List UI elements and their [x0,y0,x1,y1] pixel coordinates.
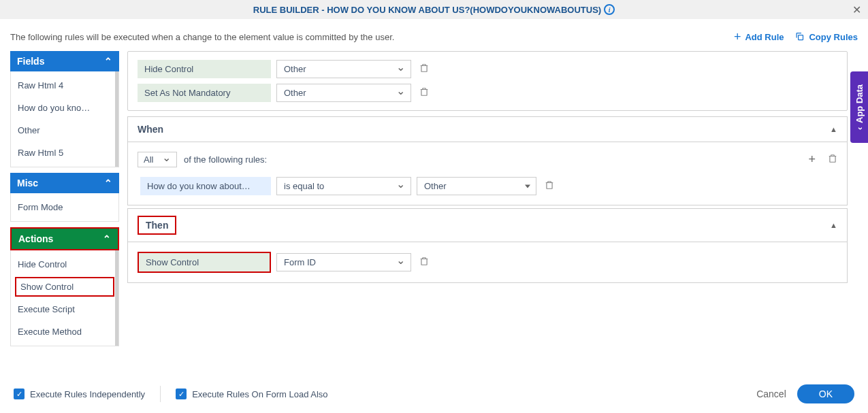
sidebar-item-howdoyouknow[interactable]: How do you kno… [11,97,118,119]
sidebar-item-rawhtml4[interactable]: Raw Html 4 [11,74,118,97]
rule-row: Set As Not Mandatory Other [138,84,837,102]
quantifier-select[interactable]: All [138,152,177,167]
misc-section-header[interactable]: Misc ⌃ [10,173,119,193]
actions-section-label: Actions [18,233,53,244]
sidebar-item-rawhtml5[interactable]: Raw Html 5 [11,142,118,164]
dialog-title-wrap: RULE BUILDER - HOW DO YOU KNOW ABOUT US?… [253,4,615,15]
sidebar-item-other[interactable]: Other [11,119,118,142]
copy-rules-label: Copy Rules [809,32,858,42]
action-chip-notmandatory[interactable]: Set As Not Mandatory [138,84,271,102]
add-condition-icon[interactable]: + [808,152,816,167]
when-label: When [138,124,163,135]
footer: ✓ Execute Rules Independently ✓ Execute … [0,374,868,413]
value-select[interactable]: Other [417,177,536,195]
misc-section-label: Misc [17,178,38,188]
close-icon[interactable]: ✕ [852,3,861,16]
rule-row: Hide Control Other [138,60,837,78]
checkbox-label: Execute Rules Independently [30,389,145,399]
quantifier-suffix: of the following rules: [184,154,267,165]
rule-block-1: Hide Control Other Set As Not Mandatory … [127,51,848,111]
ok-button[interactable]: OK [797,384,854,403]
plus-icon: + [734,30,741,44]
dialog-header: RULE BUILDER - HOW DO YOU KNOW ABOUT US?… [0,0,868,19]
target-select-other[interactable]: Other [276,84,411,102]
field-chip[interactable]: How do you know about… [140,177,271,195]
operator-select[interactable]: is equal to [276,177,411,195]
then-body: Show Control Form ID [127,242,848,283]
when-header: When ▲ [127,116,848,142]
sidebar-item-executemethod[interactable]: Execute Method [11,320,118,343]
checkbox-execute-independently[interactable]: ✓ Execute Rules Independently [14,389,145,399]
add-rule-button[interactable]: + Add Rule [734,30,784,44]
svg-rect-0 [799,35,803,39]
actions-section-body: Hide Control Show Control Execute Script… [10,250,119,346]
sidebar-item-showcontrol[interactable]: Show Control [15,277,114,297]
then-header: Then ▲ [127,208,848,242]
trash-icon[interactable] [545,180,554,193]
sidebar-item-executescript[interactable]: Execute Script [11,298,118,320]
sub-header-text: The following rules will be executed whe… [10,32,394,42]
then-row: Show Control Form ID [138,252,837,273]
divider [160,386,161,402]
trash-icon[interactable] [419,63,429,76]
action-chip-showcontrol[interactable]: Show Control [138,252,271,273]
chevron-up-icon: ⌃ [104,56,112,67]
checkbox-execute-onload[interactable]: ✓ Execute Rules On Form Load Also [176,389,327,399]
collapse-up-icon[interactable]: ▲ [830,125,837,133]
chevron-up-icon: ⌃ [103,233,111,244]
add-rule-label: Add Rule [745,32,784,42]
app-data-tab[interactable]: ‹ App Data [850,71,868,143]
copy-icon [794,31,805,44]
when-body: All of the following rules: + How do you… [127,142,848,205]
fields-section-body: Raw Html 4 How do you kno… Other Raw Htm… [10,71,119,167]
main-panel: Hide Control Other Set As Not Mandatory … [127,51,868,354]
trash-icon[interactable] [419,256,429,269]
dialog-title: RULE BUILDER - HOW DO YOU KNOW ABOUT US?… [253,5,601,15]
collapse-up-icon[interactable]: ▲ [830,221,837,229]
copy-rules-button[interactable]: Copy Rules [794,30,858,44]
app-data-label: App Data [854,84,865,123]
then-label: Then [138,216,176,235]
checkbox-icon: ✓ [14,389,25,399]
target-select-formid[interactable]: Form ID [276,253,411,271]
checkbox-label: Execute Rules On Form Load Also [192,389,327,399]
sidebar-item-formmode[interactable]: Form Mode [11,196,118,218]
sub-header: The following rules will be executed whe… [0,19,868,51]
fields-section-header[interactable]: Fields ⌃ [10,51,119,71]
sub-header-actions: + Add Rule Copy Rules [734,30,858,44]
checkbox-icon: ✓ [176,389,187,399]
condition-row: How do you know about… is equal to Other [138,177,837,195]
trash-icon[interactable] [419,86,429,99]
sidebar: Fields ⌃ Raw Html 4 How do you kno… Othe… [10,51,119,354]
fields-section-label: Fields [17,56,44,67]
chevron-up-icon: ⌃ [104,178,112,188]
info-icon[interactable]: i [604,4,615,15]
actions-section-header[interactable]: Actions ⌃ [10,227,119,250]
action-chip-hidecontrol[interactable]: Hide Control [138,60,271,78]
misc-section-body: Form Mode [10,193,119,222]
trash-icon[interactable] [828,153,837,166]
sidebar-item-hidecontrol[interactable]: Hide Control [11,253,118,276]
target-select-other[interactable]: Other [276,60,411,78]
cancel-button[interactable]: Cancel [756,389,786,399]
